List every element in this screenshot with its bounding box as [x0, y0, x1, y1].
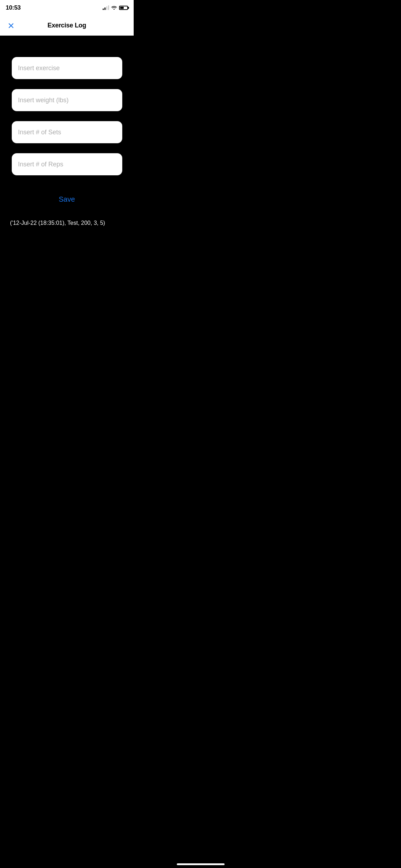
exercise-input[interactable] — [12, 57, 122, 79]
log-entry: ('12-Jul-22 (18:35:01), Test, 200, 3, 5) — [9, 220, 105, 226]
sets-input[interactable] — [12, 121, 122, 143]
status-icons — [103, 5, 128, 11]
main-content: Save ('12-Jul-22 (18:35:01), Test, 200, … — [0, 36, 134, 257]
weight-input[interactable] — [12, 89, 122, 111]
reps-input[interactable] — [12, 153, 122, 175]
save-button[interactable]: Save — [53, 192, 81, 206]
nav-bar: Exercise Log — [0, 16, 134, 36]
nav-title: Exercise Log — [47, 22, 86, 29]
status-time: 10:53 — [6, 4, 21, 11]
signal-icon — [103, 6, 109, 10]
close-button[interactable] — [6, 20, 16, 31]
wifi-icon — [111, 5, 117, 11]
battery-icon — [119, 6, 128, 10]
status-bar: 10:53 — [0, 0, 134, 16]
